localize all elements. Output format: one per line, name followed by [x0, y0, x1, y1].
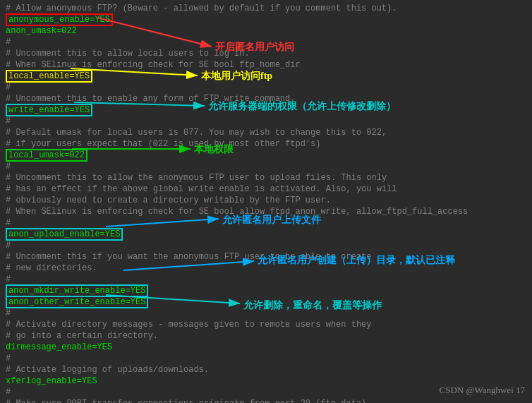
line-21: anon_upload_enable=YES	[6, 229, 526, 240]
annotation-local-enable: 本地用户访问ftp	[201, 70, 272, 83]
line-16: # Uncomment this to allow the anonymous …	[6, 172, 526, 184]
line-12: # Default umask for local users is 077. …	[6, 127, 526, 138]
watermark: CSDN @Wanghwei 17	[440, 385, 525, 396]
line-8: #	[6, 82, 526, 93]
line-17: # has an effect if the above global writ…	[6, 184, 526, 195]
line-30: # go into a certain directory.	[6, 330, 526, 342]
line-2: anonymous_enable=YES	[6, 14, 526, 25]
line-15: #	[6, 161, 526, 172]
line-1: # Allow anonymous FTP? (Beware - allowed…	[6, 3, 526, 14]
write-enable-highlight: write_enable=YES	[6, 104, 92, 116]
line-25: #	[6, 274, 526, 285]
line-33: # Activate logging of uploads/downloads.	[6, 364, 526, 375]
annotation-anon-mkdir: 允许匿名用户创建（上传）目录，默认已注释	[258, 254, 455, 267]
line-18: # obviously need to create a directory w…	[6, 195, 526, 206]
code-editor: # Allow anonymous FTP? (Beware - allowed…	[0, 0, 532, 403]
annotation-local-umask: 本地权限	[194, 143, 234, 156]
line-26: anon_mkdir_write_enable=YES	[6, 285, 526, 296]
anon-other-highlight: anon_other_write_enable=YES	[6, 296, 148, 308]
annotation-anon-upload: 允许匿名用户上传文件	[222, 214, 321, 227]
line-29: # Activate directory messages - messages…	[6, 319, 526, 330]
annotation-anon-enable: 开启匿名用户访问	[215, 41, 294, 54]
line-3: anon_umask=022	[6, 25, 526, 37]
annotation-dirmessage: 允许删除，重命名，覆盖等操作	[243, 299, 382, 312]
line-36: # Make sure PORT transfer connections or…	[6, 398, 526, 403]
line-32: #	[6, 353, 526, 364]
line-22: #	[6, 240, 526, 251]
anonymous-enable-highlight: anonymous_enable=YES	[6, 13, 113, 26]
line-11: #	[6, 116, 526, 127]
annotation-write-enable: 允许服务器端的权限（允许上传修改删除）	[208, 100, 396, 113]
local-enable-highlight: local_enable=YES	[6, 70, 92, 83]
line-14: local_umask=022	[6, 150, 526, 161]
anon-upload-highlight: anon_upload_enable=YES	[6, 228, 123, 241]
local-umask-highlight: local_umask=022	[6, 149, 87, 162]
line-13: # if your users expect that (022 is used…	[6, 138, 526, 150]
line-6: # When SElinux is enforcing check for SE…	[6, 59, 526, 71]
line-31: dirmessage_enable=YES	[6, 342, 526, 353]
